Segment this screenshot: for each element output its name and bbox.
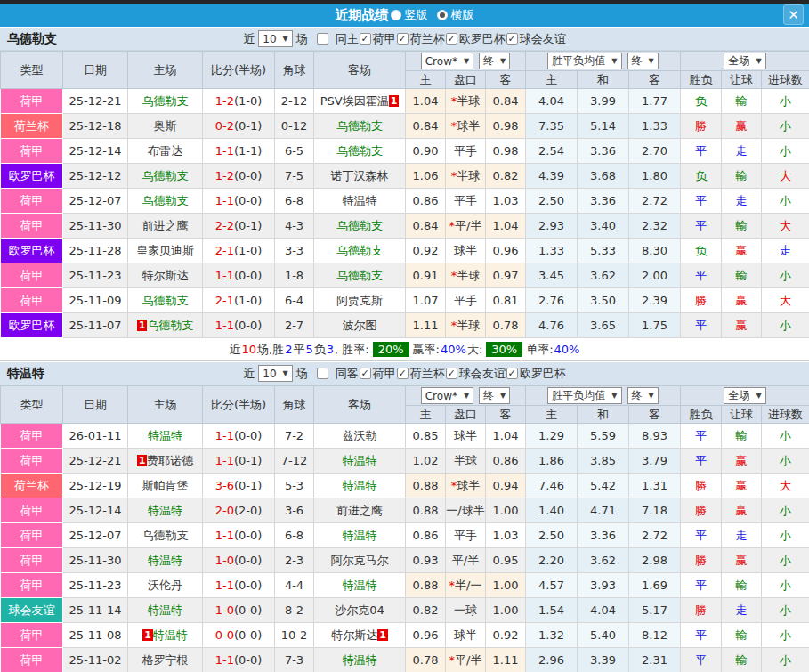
summary-text: 2	[285, 343, 292, 356]
home-team[interactable]: 沃伦丹	[128, 573, 203, 598]
away-team[interactable]: 特温特	[314, 449, 406, 474]
away-team[interactable]: 特温特	[314, 648, 406, 672]
avg-stage-select[interactable]: 终 ▼	[627, 387, 659, 404]
away-team[interactable]: 乌德勒支	[314, 114, 406, 139]
checkbox-checked-icon[interactable]	[397, 368, 409, 379]
period-select[interactable]: 全场 ▼	[724, 53, 765, 69]
home-team[interactable]: 乌德勒支	[128, 523, 203, 548]
filter-league-checkbox[interactable]: 球会友谊	[506, 31, 566, 47]
home-team[interactable]: 乌德勒支	[128, 189, 203, 214]
checkbox-unchecked-icon[interactable]	[317, 33, 328, 45]
fulltime-score: 1-1	[215, 653, 234, 667]
layout-radio-0[interactable]: 竖版	[391, 7, 428, 23]
odds-stage-select[interactable]: 终 ▼	[479, 53, 510, 69]
checkbox-checked-icon[interactable]	[506, 33, 518, 45]
home-team[interactable]: 1费耶诺德	[128, 449, 203, 474]
away-team[interactable]: 阿尔克马尔	[314, 548, 406, 573]
checkbox-checked-icon[interactable]	[360, 368, 371, 379]
home-team[interactable]: 特温特	[128, 424, 203, 449]
close-icon[interactable]: ✕	[783, 4, 804, 25]
filter-league-checkbox[interactable]: 荷甲	[360, 366, 396, 382]
summary-text: 近	[230, 342, 241, 358]
home-team[interactable]: 乌德勒支	[128, 164, 203, 189]
layout-radio-1[interactable]: 横版	[437, 7, 474, 23]
odds-company-select[interactable]: Crow* ▼	[421, 387, 473, 404]
filter-league-checkbox[interactable]: 欧罗巴杯	[446, 31, 506, 47]
period-select[interactable]: 全场 ▼	[724, 387, 765, 404]
checkbox-checked-icon[interactable]	[446, 33, 457, 45]
home-team[interactable]: 皇家贝迪斯	[128, 239, 203, 263]
filter-same-checkbox[interactable]: 同主	[317, 31, 359, 47]
away-team[interactable]: 兹沃勒	[314, 424, 406, 449]
home-team[interactable]: 前进之鹰	[128, 214, 203, 239]
home-team[interactable]: 特温特	[128, 598, 203, 623]
odds-stage-select[interactable]: 终 ▼	[479, 387, 510, 404]
home-team[interactable]: 特尔斯达	[128, 263, 203, 288]
fulltime-score: 1-1	[215, 319, 234, 332]
filter-league-checkbox[interactable]: 欧罗巴杯	[506, 366, 566, 382]
handicap-cell: 球半	[446, 239, 486, 263]
home-team-name: 特温特	[148, 554, 182, 567]
away-team[interactable]: 乌德勒支	[314, 214, 406, 239]
checkbox-unchecked-icon[interactable]	[317, 368, 328, 379]
halftime-score: (0-0)	[234, 429, 262, 442]
filter-league-checkbox[interactable]: 球会友谊	[446, 366, 506, 382]
home-team[interactable]: 布雷达	[128, 139, 203, 164]
away-team[interactable]: 阿贾克斯	[314, 288, 406, 313]
summary-text: 10	[242, 343, 257, 356]
filter-league-checkbox[interactable]: 荷兰杯	[397, 366, 445, 382]
home-team[interactable]: 格罗宁根	[128, 648, 203, 672]
filter-league-checkbox[interactable]: 荷甲	[360, 31, 396, 47]
home-team[interactable]: 乌德勒支	[128, 288, 203, 313]
away-team[interactable]: 特尔斯达1	[314, 623, 406, 648]
away-team[interactable]: 乌德勒支	[314, 139, 406, 164]
away-team[interactable]: 乌德勒支	[314, 239, 406, 263]
away-team[interactable]: 诺丁汉森林	[314, 164, 406, 189]
away-team[interactable]: 沙尔克04	[314, 598, 406, 623]
asia-away-odds: 0.95	[486, 548, 526, 573]
checkbox-checked-icon[interactable]	[360, 33, 371, 45]
home-team[interactable]: 1乌德勒支	[128, 313, 203, 338]
away-team[interactable]: 前进之鹰	[314, 498, 406, 523]
avg-away-odds: 2.72	[629, 523, 681, 548]
col-let: 让球	[722, 71, 762, 89]
away-team[interactable]: 波尔图	[314, 313, 406, 338]
home-team-name: 乌德勒支	[142, 194, 189, 207]
away-team[interactable]: 特温特	[314, 573, 406, 598]
avg-away-odds: 8.93	[629, 424, 681, 449]
avg-type-select[interactable]: 胜平负均值 ▼	[547, 53, 621, 69]
match-count-select[interactable]: 10 ▼	[258, 365, 292, 382]
radio-icon[interactable]	[391, 10, 401, 20]
home-team[interactable]: 奥斯	[128, 114, 203, 139]
match-date: 25-12-14	[63, 139, 128, 164]
filter-league-checkbox[interactable]: 荷兰杯	[397, 31, 445, 47]
away-team[interactable]: 乌德勒支	[314, 263, 406, 288]
home-team[interactable]: 特温特	[128, 548, 203, 573]
filter-same-checkbox[interactable]: 同客	[317, 366, 359, 382]
col-goals: 进球数	[762, 71, 809, 89]
away-team[interactable]: PSV埃因霍温1	[314, 89, 406, 114]
league-badge: 荷甲	[1, 449, 63, 474]
away-team[interactable]: 特温特	[314, 189, 406, 214]
avg-stage-select[interactable]: 终 ▼	[627, 53, 659, 69]
checkbox-checked-icon[interactable]	[397, 33, 409, 45]
home-team[interactable]: 乌德勒支	[128, 89, 203, 114]
checkbox-checked-icon[interactable]	[506, 368, 518, 379]
avg-home-odds: 3.45	[526, 263, 578, 288]
match-count-select[interactable]: 10 ▼	[258, 30, 292, 47]
avg-type-select[interactable]: 胜平负均值 ▼	[547, 387, 621, 404]
home-team[interactable]: 特温特	[128, 498, 203, 523]
score-cell: 1-0(0-0)	[203, 548, 275, 573]
away-team[interactable]: 特温特	[314, 474, 406, 498]
home-team[interactable]: 1特温特	[128, 623, 203, 648]
let-result-cell: 赢	[722, 114, 762, 139]
checkbox-checked-icon[interactable]	[446, 368, 457, 379]
home-team[interactable]: 斯帕肯堡	[128, 474, 203, 498]
radio-icon[interactable]	[437, 10, 448, 20]
league-badge: 荷甲	[1, 548, 63, 573]
let-result-cell: 輸	[722, 89, 762, 114]
away-team[interactable]: 特温特	[314, 523, 406, 548]
handicap-value: 平手	[454, 144, 477, 158]
let-result-cell: 輸	[722, 424, 762, 449]
odds-company-select[interactable]: Crow* ▼	[421, 53, 473, 69]
